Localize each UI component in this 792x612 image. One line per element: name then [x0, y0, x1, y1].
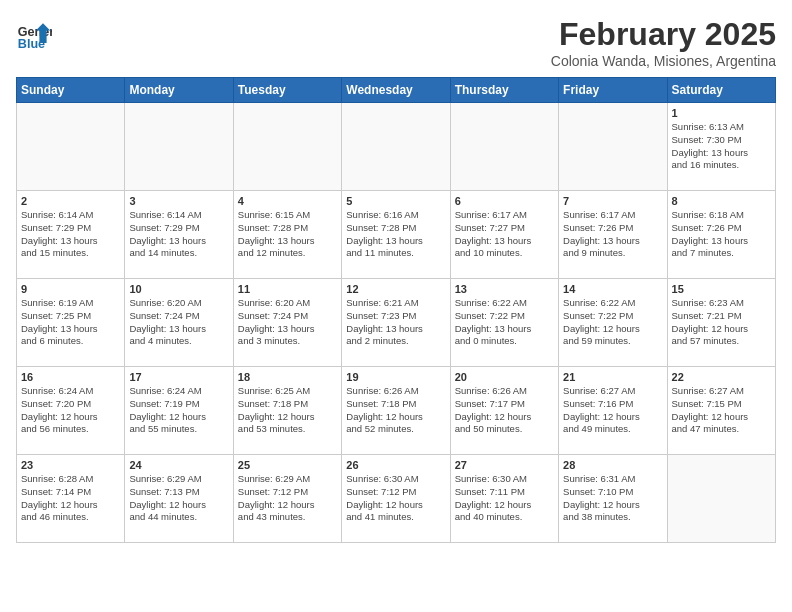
day-number: 11	[238, 283, 337, 295]
calendar-cell: 17Sunrise: 6:24 AM Sunset: 7:19 PM Dayli…	[125, 367, 233, 455]
calendar-cell: 21Sunrise: 6:27 AM Sunset: 7:16 PM Dayli…	[559, 367, 667, 455]
day-info: Sunrise: 6:23 AM Sunset: 7:21 PM Dayligh…	[672, 297, 771, 348]
calendar-cell: 9Sunrise: 6:19 AM Sunset: 7:25 PM Daylig…	[17, 279, 125, 367]
calendar-cell: 4Sunrise: 6:15 AM Sunset: 7:28 PM Daylig…	[233, 191, 341, 279]
day-info: Sunrise: 6:21 AM Sunset: 7:23 PM Dayligh…	[346, 297, 445, 348]
title-area: February 2025 Colonia Wanda, Misiones, A…	[551, 16, 776, 69]
calendar-cell	[559, 103, 667, 191]
calendar-cell: 15Sunrise: 6:23 AM Sunset: 7:21 PM Dayli…	[667, 279, 775, 367]
weekday-header-tuesday: Tuesday	[233, 78, 341, 103]
day-info: Sunrise: 6:20 AM Sunset: 7:24 PM Dayligh…	[129, 297, 228, 348]
calendar-cell	[342, 103, 450, 191]
weekday-header-saturday: Saturday	[667, 78, 775, 103]
day-number: 5	[346, 195, 445, 207]
weekday-header-wednesday: Wednesday	[342, 78, 450, 103]
day-info: Sunrise: 6:22 AM Sunset: 7:22 PM Dayligh…	[563, 297, 662, 348]
calendar-cell: 12Sunrise: 6:21 AM Sunset: 7:23 PM Dayli…	[342, 279, 450, 367]
calendar-cell	[667, 455, 775, 543]
day-info: Sunrise: 6:20 AM Sunset: 7:24 PM Dayligh…	[238, 297, 337, 348]
day-number: 4	[238, 195, 337, 207]
calendar-cell: 16Sunrise: 6:24 AM Sunset: 7:20 PM Dayli…	[17, 367, 125, 455]
day-number: 26	[346, 459, 445, 471]
page-header: General Blue February 2025 Colonia Wanda…	[16, 16, 776, 69]
day-info: Sunrise: 6:17 AM Sunset: 7:27 PM Dayligh…	[455, 209, 554, 260]
calendar-cell: 25Sunrise: 6:29 AM Sunset: 7:12 PM Dayli…	[233, 455, 341, 543]
calendar-cell: 19Sunrise: 6:26 AM Sunset: 7:18 PM Dayli…	[342, 367, 450, 455]
day-number: 17	[129, 371, 228, 383]
day-number: 8	[672, 195, 771, 207]
day-number: 27	[455, 459, 554, 471]
calendar-cell: 5Sunrise: 6:16 AM Sunset: 7:28 PM Daylig…	[342, 191, 450, 279]
calendar-cell	[233, 103, 341, 191]
day-number: 16	[21, 371, 120, 383]
day-number: 14	[563, 283, 662, 295]
calendar-cell	[17, 103, 125, 191]
weekday-header-friday: Friday	[559, 78, 667, 103]
day-number: 13	[455, 283, 554, 295]
weekday-header-sunday: Sunday	[17, 78, 125, 103]
day-info: Sunrise: 6:16 AM Sunset: 7:28 PM Dayligh…	[346, 209, 445, 260]
day-number: 21	[563, 371, 662, 383]
day-number: 7	[563, 195, 662, 207]
calendar-cell: 10Sunrise: 6:20 AM Sunset: 7:24 PM Dayli…	[125, 279, 233, 367]
day-info: Sunrise: 6:30 AM Sunset: 7:12 PM Dayligh…	[346, 473, 445, 524]
day-number: 22	[672, 371, 771, 383]
day-info: Sunrise: 6:14 AM Sunset: 7:29 PM Dayligh…	[129, 209, 228, 260]
day-info: Sunrise: 6:24 AM Sunset: 7:20 PM Dayligh…	[21, 385, 120, 436]
day-info: Sunrise: 6:28 AM Sunset: 7:14 PM Dayligh…	[21, 473, 120, 524]
day-info: Sunrise: 6:27 AM Sunset: 7:15 PM Dayligh…	[672, 385, 771, 436]
day-number: 3	[129, 195, 228, 207]
day-info: Sunrise: 6:29 AM Sunset: 7:13 PM Dayligh…	[129, 473, 228, 524]
day-number: 28	[563, 459, 662, 471]
calendar-cell: 20Sunrise: 6:26 AM Sunset: 7:17 PM Dayli…	[450, 367, 558, 455]
calendar-cell: 11Sunrise: 6:20 AM Sunset: 7:24 PM Dayli…	[233, 279, 341, 367]
calendar-cell: 13Sunrise: 6:22 AM Sunset: 7:22 PM Dayli…	[450, 279, 558, 367]
day-number: 20	[455, 371, 554, 383]
day-info: Sunrise: 6:26 AM Sunset: 7:18 PM Dayligh…	[346, 385, 445, 436]
logo-icon: General Blue	[16, 16, 52, 52]
weekday-header-monday: Monday	[125, 78, 233, 103]
calendar-cell	[450, 103, 558, 191]
calendar-cell: 23Sunrise: 6:28 AM Sunset: 7:14 PM Dayli…	[17, 455, 125, 543]
location-title: Colonia Wanda, Misiones, Argentina	[551, 53, 776, 69]
calendar-cell: 26Sunrise: 6:30 AM Sunset: 7:12 PM Dayli…	[342, 455, 450, 543]
calendar-cell: 2Sunrise: 6:14 AM Sunset: 7:29 PM Daylig…	[17, 191, 125, 279]
day-number: 18	[238, 371, 337, 383]
calendar-cell: 24Sunrise: 6:29 AM Sunset: 7:13 PM Dayli…	[125, 455, 233, 543]
day-number: 1	[672, 107, 771, 119]
day-number: 25	[238, 459, 337, 471]
day-number: 6	[455, 195, 554, 207]
calendar-cell: 7Sunrise: 6:17 AM Sunset: 7:26 PM Daylig…	[559, 191, 667, 279]
month-title: February 2025	[551, 16, 776, 53]
day-info: Sunrise: 6:24 AM Sunset: 7:19 PM Dayligh…	[129, 385, 228, 436]
day-number: 19	[346, 371, 445, 383]
day-info: Sunrise: 6:27 AM Sunset: 7:16 PM Dayligh…	[563, 385, 662, 436]
day-number: 24	[129, 459, 228, 471]
day-number: 9	[21, 283, 120, 295]
calendar-cell: 27Sunrise: 6:30 AM Sunset: 7:11 PM Dayli…	[450, 455, 558, 543]
day-info: Sunrise: 6:25 AM Sunset: 7:18 PM Dayligh…	[238, 385, 337, 436]
day-info: Sunrise: 6:29 AM Sunset: 7:12 PM Dayligh…	[238, 473, 337, 524]
calendar-table: SundayMondayTuesdayWednesdayThursdayFrid…	[16, 77, 776, 543]
calendar-cell: 28Sunrise: 6:31 AM Sunset: 7:10 PM Dayli…	[559, 455, 667, 543]
calendar-cell: 14Sunrise: 6:22 AM Sunset: 7:22 PM Dayli…	[559, 279, 667, 367]
day-info: Sunrise: 6:15 AM Sunset: 7:28 PM Dayligh…	[238, 209, 337, 260]
day-info: Sunrise: 6:14 AM Sunset: 7:29 PM Dayligh…	[21, 209, 120, 260]
day-info: Sunrise: 6:31 AM Sunset: 7:10 PM Dayligh…	[563, 473, 662, 524]
calendar-cell: 18Sunrise: 6:25 AM Sunset: 7:18 PM Dayli…	[233, 367, 341, 455]
day-info: Sunrise: 6:19 AM Sunset: 7:25 PM Dayligh…	[21, 297, 120, 348]
day-info: Sunrise: 6:22 AM Sunset: 7:22 PM Dayligh…	[455, 297, 554, 348]
calendar-cell: 1Sunrise: 6:13 AM Sunset: 7:30 PM Daylig…	[667, 103, 775, 191]
weekday-header-thursday: Thursday	[450, 78, 558, 103]
calendar-cell	[125, 103, 233, 191]
day-info: Sunrise: 6:18 AM Sunset: 7:26 PM Dayligh…	[672, 209, 771, 260]
day-info: Sunrise: 6:30 AM Sunset: 7:11 PM Dayligh…	[455, 473, 554, 524]
day-info: Sunrise: 6:13 AM Sunset: 7:30 PM Dayligh…	[672, 121, 771, 172]
day-info: Sunrise: 6:17 AM Sunset: 7:26 PM Dayligh…	[563, 209, 662, 260]
day-number: 12	[346, 283, 445, 295]
calendar-cell: 22Sunrise: 6:27 AM Sunset: 7:15 PM Dayli…	[667, 367, 775, 455]
day-number: 15	[672, 283, 771, 295]
calendar-cell: 8Sunrise: 6:18 AM Sunset: 7:26 PM Daylig…	[667, 191, 775, 279]
day-number: 2	[21, 195, 120, 207]
calendar-cell: 3Sunrise: 6:14 AM Sunset: 7:29 PM Daylig…	[125, 191, 233, 279]
